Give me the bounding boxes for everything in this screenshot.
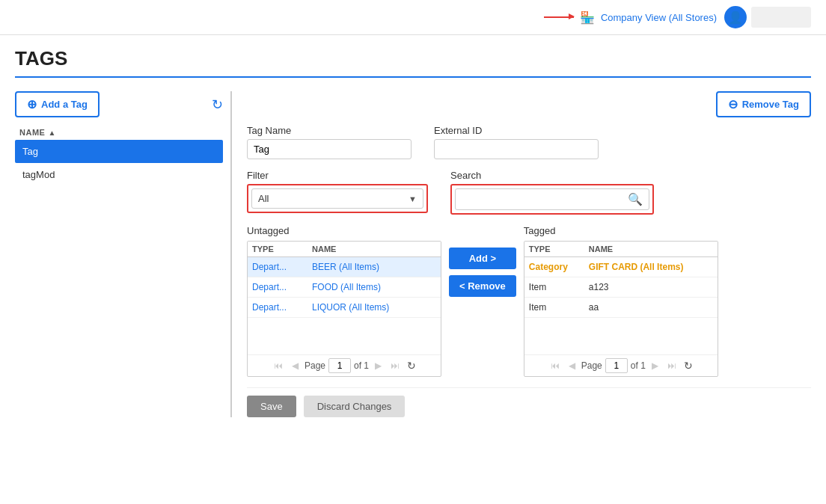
- cell-name: FOOD (All Items): [312, 282, 436, 292]
- search-icon: 🔍: [628, 193, 643, 206]
- page-title: TAGS: [15, 47, 811, 78]
- untagged-table: TYPE NAME Depart... BEER (All Items) Dep…: [247, 241, 441, 377]
- save-button[interactable]: Save: [247, 396, 296, 417]
- save-label: Save: [260, 401, 283, 412]
- search-box: 🔍: [450, 184, 654, 215]
- cell-type: Category: [529, 262, 581, 272]
- untagged-title: Untagged: [247, 225, 441, 236]
- chevron-down-icon: ▼: [409, 194, 417, 203]
- prev-page-button[interactable]: ◀: [289, 359, 302, 372]
- tagged-table-body: Category GIFT CARD (All Items) Item a123…: [524, 257, 718, 354]
- cell-type: Depart...: [252, 262, 305, 272]
- cell-name: LIQUOR (All Items): [312, 302, 436, 313]
- left-panel: ⊕ Add a Tag ↻ NAME ▲ Tag tagMod: [15, 91, 232, 417]
- add-tag-button[interactable]: ⊕ Add a Tag: [15, 91, 100, 117]
- tag-item-name: tagMod: [22, 169, 55, 180]
- tables-row: Untagged TYPE NAME Depart... BEER (All I…: [247, 225, 811, 377]
- main-layout: ⊕ Add a Tag ↻ NAME ▲ Tag tagMod ⊖ Remove…: [0, 84, 826, 425]
- add-tag-label: Add a Tag: [41, 99, 88, 110]
- plus-icon: ⊕: [27, 97, 37, 111]
- search-label: Search: [450, 170, 654, 181]
- pagination-refresh-button[interactable]: ↻: [406, 358, 417, 373]
- cell-name: BEER (All Items): [312, 262, 436, 272]
- name-col-label: NAME: [19, 128, 45, 137]
- table-row[interactable]: Item a123: [524, 277, 718, 298]
- filter-field: Filter All ▼: [247, 170, 428, 215]
- discard-button[interactable]: Discard Changes: [304, 396, 406, 417]
- add-button-label: Add >: [469, 253, 496, 264]
- tag-item-name: Tag: [22, 146, 38, 157]
- external-id-input[interactable]: [434, 139, 599, 159]
- tag-name-label: Tag Name: [247, 125, 412, 136]
- form-row-2: Filter All ▼ Search 🔍: [247, 170, 811, 215]
- tagged-section: Tagged TYPE NAME Category GIFT CARD (All…: [524, 225, 718, 377]
- next-page-button[interactable]: ▶: [372, 359, 385, 372]
- minus-icon: ⊖: [728, 97, 738, 111]
- tagged-first-page-button[interactable]: ⏮: [548, 359, 563, 372]
- external-id-label: External ID: [434, 125, 599, 136]
- remove-from-tagged-button[interactable]: < Remove: [449, 275, 516, 297]
- action-buttons: Add > < Remove: [449, 225, 516, 297]
- tagged-table-header: TYPE NAME: [524, 242, 718, 257]
- user-area: 👤: [724, 6, 811, 28]
- user-box: [751, 7, 811, 28]
- table-row[interactable]: Depart... LIQUOR (All Items): [248, 298, 441, 318]
- tagged-pagination-refresh-button[interactable]: ↻: [682, 358, 694, 373]
- discard-label: Discard Changes: [317, 401, 392, 412]
- tagged-pagination: ⏮ ◀ Page of 1 ▶ ⏭ ↻: [524, 354, 718, 376]
- filter-select[interactable]: All ▼: [251, 188, 423, 209]
- cell-name: aa: [589, 302, 713, 313]
- tag-list-item[interactable]: tagMod: [15, 163, 223, 186]
- of-label: of 1: [354, 360, 369, 371]
- tagged-page-input[interactable]: [605, 358, 628, 373]
- first-page-button[interactable]: ⏮: [271, 359, 286, 372]
- avatar-icon: 👤: [728, 10, 743, 25]
- search-field: Search 🔍: [450, 170, 654, 215]
- page-title-area: TAGS: [0, 35, 826, 84]
- right-panel: ⊖ Remove Tag Tag Name External ID Filter…: [232, 91, 811, 417]
- refresh-button[interactable]: ↻: [212, 96, 223, 113]
- filter-box: All ▼: [247, 184, 428, 213]
- table-row[interactable]: Category GIFT CARD (All Items): [524, 257, 718, 277]
- tag-name-input[interactable]: [247, 139, 412, 159]
- left-toolbar: ⊕ Add a Tag ↻: [15, 91, 223, 117]
- untagged-table-body: Depart... BEER (All Items) Depart... FOO…: [248, 257, 441, 354]
- tagged-of-label: of 1: [631, 360, 646, 371]
- arrow-icon: [544, 16, 574, 18]
- table-row[interactable]: Depart... BEER (All Items): [248, 257, 441, 277]
- avatar: 👤: [724, 6, 747, 28]
- tagged-last-page-button[interactable]: ⏭: [664, 359, 679, 372]
- search-input-row: 🔍: [455, 188, 649, 210]
- tagged-table: TYPE NAME Category GIFT CARD (All Items)…: [524, 241, 718, 377]
- untagged-pagination: ⏮ ◀ Page of 1 ▶ ⏭ ↻: [248, 354, 441, 376]
- cell-type: Item: [529, 282, 581, 292]
- right-toolbar: ⊖ Remove Tag: [247, 91, 811, 117]
- filter-label: Filter: [247, 170, 428, 181]
- add-to-tagged-button[interactable]: Add >: [449, 248, 516, 269]
- untagged-name-col: NAME: [312, 245, 436, 253]
- tagged-name-col: NAME: [589, 245, 713, 253]
- remove-button-label: < Remove: [459, 280, 506, 292]
- store-icon: 🏪: [580, 10, 595, 25]
- form-row-1: Tag Name External ID: [247, 125, 811, 159]
- remove-tag-button[interactable]: ⊖ Remove Tag: [716, 91, 811, 117]
- table-row[interactable]: Item aa: [524, 298, 718, 318]
- cell-type: Item: [529, 302, 581, 313]
- last-page-button[interactable]: ⏭: [388, 359, 403, 372]
- search-input[interactable]: [456, 190, 622, 209]
- search-button[interactable]: 🔍: [622, 189, 649, 209]
- page-input[interactable]: [328, 358, 351, 373]
- page-label: Page: [305, 360, 325, 371]
- filter-value: All: [258, 193, 269, 204]
- tag-list: Tag tagMod: [15, 140, 223, 186]
- tagged-type-col: TYPE: [529, 245, 581, 253]
- tagged-prev-page-button[interactable]: ◀: [566, 359, 578, 372]
- tagged-page-label: Page: [581, 360, 602, 371]
- tagged-title: Tagged: [524, 225, 718, 236]
- untagged-type-col: TYPE: [252, 245, 305, 253]
- name-column-header: NAME ▲: [15, 125, 223, 140]
- tagged-next-page-button[interactable]: ▶: [649, 359, 661, 372]
- cell-name: GIFT CARD (All Items): [589, 262, 713, 272]
- tag-list-item[interactable]: Tag: [15, 140, 223, 163]
- table-row[interactable]: Depart... FOOD (All Items): [248, 277, 441, 298]
